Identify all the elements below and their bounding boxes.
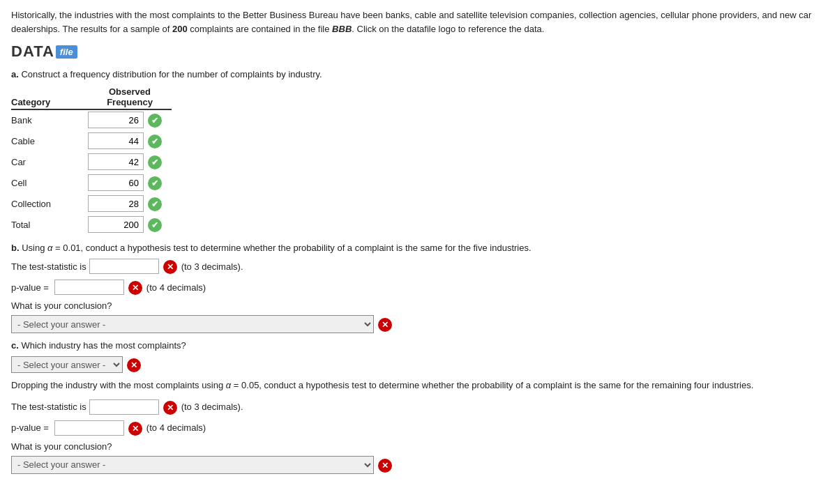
test-statistic-error-b	[163, 259, 177, 274]
car-input[interactable]	[88, 153, 144, 170]
pvalue-row-b: p-value = (to 4 decimals)	[11, 280, 826, 295]
total-check-icon	[148, 217, 162, 232]
datafile-logo[interactable]: DATA file	[11, 43, 826, 61]
pvalue-input-c[interactable]	[54, 420, 124, 436]
pvalue-error-c	[128, 420, 142, 436]
collection-check-icon	[148, 196, 162, 211]
test-statistic-hint-b: (to 3 decimals).	[181, 261, 243, 272]
col-category-header: Category	[11, 97, 88, 107]
pvalue-row-c: p-value = (to 4 decimals)	[11, 420, 826, 436]
conclusion-label-b: What is your conclusion?	[11, 300, 826, 311]
pvalue-error-b	[128, 280, 142, 295]
table-row: Cable	[11, 132, 193, 149]
cell-check-icon	[148, 175, 162, 190]
part-c-industry-error	[127, 357, 141, 372]
conclusion-select-b[interactable]: - Select your answer -	[11, 315, 374, 333]
part-c-label: c. Which industry has the most complaint…	[11, 340, 826, 351]
conclusion-select-row-b: - Select your answer -	[11, 315, 826, 333]
car-check-icon	[148, 154, 162, 169]
conclusion-select-c[interactable]: - Select your answer -	[11, 456, 374, 474]
test-statistic-hint-c: (to 3 decimals).	[181, 402, 243, 412]
pvalue-input-b[interactable]	[54, 280, 124, 295]
file-badge: file	[56, 45, 77, 59]
data-word: DATA	[11, 43, 54, 61]
table-row: Cell	[11, 174, 193, 191]
row-label-cell: Cell	[11, 178, 88, 188]
total-input[interactable]	[88, 216, 144, 233]
test-statistic-row-b: The test-statistic is (to 3 decimals).	[11, 259, 826, 274]
table-header: Category Observed Frequency	[11, 86, 172, 110]
test-statistic-input-c[interactable]	[89, 399, 159, 415]
dropping-text: Dropping the industry with the most comp…	[11, 379, 826, 392]
test-statistic-row-c: The test-statistic is (to 3 decimals).	[11, 399, 826, 415]
conclusion-select-row-c: - Select your answer -	[11, 456, 826, 474]
row-label-cable: Cable	[11, 136, 88, 146]
part-b-title: b. Using α = 0.01, conduct a hypothesis …	[11, 243, 826, 253]
row-label-bank: Bank	[11, 115, 88, 125]
test-statistic-label-c: The test-statistic is	[11, 402, 86, 412]
test-statistic-error-c	[163, 399, 177, 415]
part-c-select-row: - Select your answer -	[11, 356, 826, 373]
part-a-label: a. Construct a frequency distribution fo…	[11, 69, 826, 79]
test-statistic-label-b: The test-statistic is	[11, 261, 86, 272]
part-b-section: b. Using α = 0.01, conduct a hypothesis …	[11, 243, 826, 333]
conclusion-label-c: What is your conclusion?	[11, 441, 826, 452]
row-label-total: Total	[11, 220, 88, 230]
table-row: Car	[11, 153, 193, 170]
part-c-industry-select[interactable]: - Select your answer -	[11, 356, 123, 373]
cable-input[interactable]	[88, 132, 144, 149]
collection-input[interactable]	[88, 195, 144, 212]
cell-input[interactable]	[88, 174, 144, 191]
cable-check-icon	[148, 133, 162, 148]
frequency-table: Category Observed Frequency Bank Cable C…	[11, 86, 826, 233]
table-row: Collection	[11, 195, 193, 212]
row-label-car: Car	[11, 157, 88, 167]
bank-check-icon	[148, 112, 162, 128]
bank-input[interactable]	[88, 112, 144, 128]
table-row: Bank	[11, 112, 193, 128]
col-observed-header: Observed Frequency	[88, 86, 172, 107]
pvalue-hint-b: (to 4 decimals)	[146, 282, 206, 293]
conclusion-error-c	[378, 457, 392, 473]
table-row: Total	[11, 216, 193, 233]
intro-paragraph: Historically, the industries with the mo…	[11, 8, 826, 36]
row-label-collection: Collection	[11, 199, 88, 209]
pvalue-hint-c: (to 4 decimals)	[146, 422, 206, 433]
test-statistic-input-b[interactable]	[89, 259, 159, 274]
conclusion-error-b	[378, 316, 392, 332]
part-c-section: c. Which industry has the most complaint…	[11, 340, 826, 474]
pvalue-label-b: p-value =	[11, 282, 49, 293]
pvalue-label-c: p-value =	[11, 422, 49, 433]
